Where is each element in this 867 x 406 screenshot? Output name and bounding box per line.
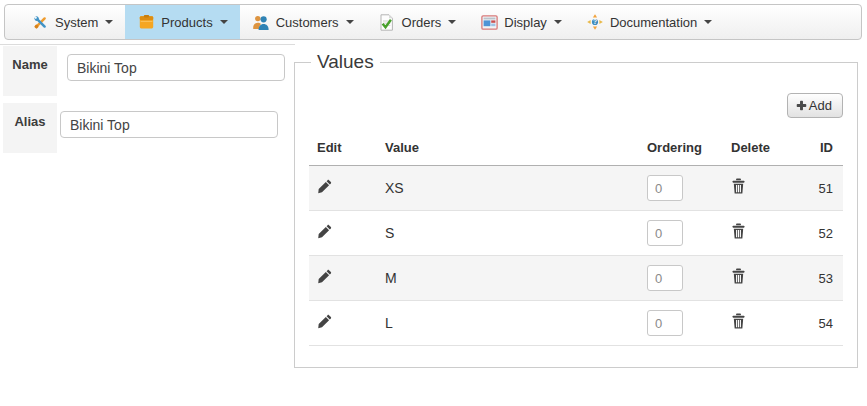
- chevron-down-icon: [346, 20, 354, 24]
- menu-item-documentation[interactable]: ? Documentation: [574, 5, 724, 39]
- id-cell: 54: [797, 301, 843, 346]
- edit-button[interactable]: [317, 179, 332, 194]
- customers-icon: [252, 14, 270, 31]
- id-column-header: ID: [797, 134, 843, 166]
- trash-icon: [731, 268, 746, 284]
- menu-item-label: Products: [161, 15, 212, 30]
- form-row-name: Name: [0, 46, 295, 96]
- menu-item-label: Display: [504, 15, 547, 30]
- id-cell: 53: [797, 256, 843, 301]
- products-box-icon: [137, 14, 155, 31]
- values-legend: Values: [311, 51, 380, 73]
- edit-button[interactable]: [317, 224, 332, 239]
- main-menubar: System Products Customers: [4, 4, 862, 40]
- pencil-icon: [317, 269, 332, 284]
- chevron-down-icon: [220, 20, 228, 24]
- name-input[interactable]: [67, 54, 285, 81]
- delete-button[interactable]: [731, 268, 746, 284]
- chevron-down-icon: [704, 20, 712, 24]
- value-cell: L: [385, 301, 647, 346]
- edit-column-header: Edit: [309, 134, 385, 166]
- values-table: Edit Value Ordering Delete ID XS: [309, 134, 843, 346]
- ordering-input[interactable]: [647, 175, 683, 201]
- value-column-header: Value: [385, 134, 647, 166]
- trash-icon: [731, 223, 746, 239]
- values-panel: Values Add Edit Value Ordering Delete ID: [294, 51, 858, 368]
- alias-input[interactable]: [60, 111, 278, 138]
- table-row: L 54: [309, 301, 843, 346]
- id-cell: 52: [797, 211, 843, 256]
- add-button[interactable]: Add: [787, 93, 843, 118]
- ordering-column-header: Ordering: [647, 134, 725, 166]
- menu-item-display[interactable]: Display: [468, 5, 574, 39]
- menu-item-products[interactable]: Products: [125, 5, 239, 39]
- edit-button[interactable]: [317, 269, 332, 284]
- menu-item-label: Orders: [402, 15, 442, 30]
- table-row: M 53: [309, 256, 843, 301]
- delete-button[interactable]: [731, 178, 746, 194]
- add-row: Add: [309, 93, 843, 118]
- ordering-input[interactable]: [647, 310, 683, 336]
- delete-button[interactable]: [731, 223, 746, 239]
- display-icon: [480, 14, 498, 31]
- ordering-input[interactable]: [647, 265, 683, 291]
- documentation-icon: ?: [586, 14, 604, 31]
- edit-button[interactable]: [317, 314, 332, 329]
- ordering-input[interactable]: [647, 220, 683, 246]
- pencil-icon: [317, 314, 332, 329]
- delete-button[interactable]: [731, 313, 746, 329]
- menu-item-label: Customers: [276, 15, 339, 30]
- menu-item-customers[interactable]: Customers: [240, 5, 366, 39]
- table-header-row: Edit Value Ordering Delete ID: [309, 134, 843, 166]
- name-label: Name: [3, 46, 57, 96]
- alias-label: Alias: [3, 103, 57, 153]
- table-row: XS 51: [309, 166, 843, 211]
- attribute-form: Name Alias: [0, 44, 295, 160]
- delete-column-header: Delete: [725, 134, 797, 166]
- id-cell: 51: [797, 166, 843, 211]
- chevron-down-icon: [448, 20, 456, 24]
- trash-icon: [731, 313, 746, 329]
- pencil-icon: [317, 179, 332, 194]
- svg-text:?: ?: [593, 18, 597, 25]
- pencil-icon: [317, 224, 332, 239]
- value-cell: XS: [385, 166, 647, 211]
- value-cell: S: [385, 211, 647, 256]
- add-button-label: Add: [809, 98, 832, 113]
- chevron-down-icon: [554, 20, 562, 24]
- table-row: S 52: [309, 211, 843, 256]
- form-row-alias: Alias: [0, 103, 295, 153]
- value-cell: M: [385, 256, 647, 301]
- menu-item-label: Documentation: [610, 15, 697, 30]
- menu-item-system[interactable]: System: [19, 5, 125, 39]
- trash-icon: [731, 178, 746, 194]
- chevron-down-icon: [105, 20, 113, 24]
- system-tools-icon: [31, 14, 49, 31]
- orders-icon: [378, 14, 396, 31]
- plus-icon: [796, 100, 807, 111]
- menu-item-label: System: [55, 15, 98, 30]
- menu-item-orders[interactable]: Orders: [366, 5, 469, 39]
